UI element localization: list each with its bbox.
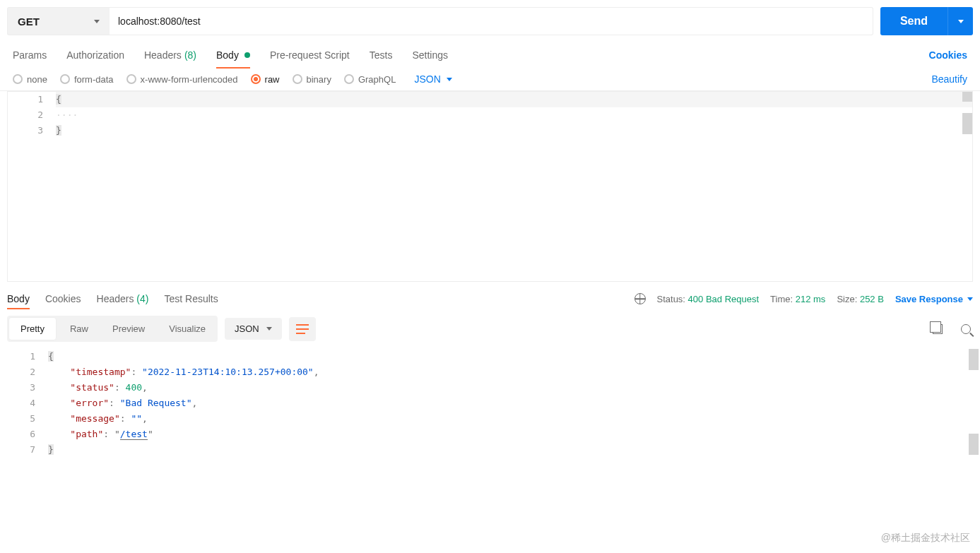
chevron-down-icon — [447, 78, 452, 81]
body-indicator-icon — [244, 52, 250, 58]
chevron-down-icon — [967, 297, 973, 301]
tab-params[interactable]: Params — [13, 42, 47, 68]
body-format-select[interactable]: JSON — [414, 73, 451, 85]
response-tab-test-results[interactable]: Test Results — [164, 289, 218, 309]
body-type-binary[interactable]: binary — [293, 74, 331, 85]
scrollbar[interactable] — [969, 349, 979, 370]
response-format-select[interactable]: JSON — [225, 318, 282, 340]
line-number: 2 — [8, 107, 56, 123]
http-method-label: GET — [18, 16, 40, 28]
line-number: 2 — [0, 364, 48, 380]
size-label: Size: — [837, 294, 857, 304]
response-body-editor[interactable]: 1{ 2 "timestamp": "2022-11-23T14:10:13.2… — [0, 349, 980, 497]
copy-response-button[interactable] — [931, 322, 945, 336]
cookies-link[interactable]: Cookies — [929, 49, 967, 61]
scrollbar[interactable] — [962, 113, 972, 134]
tab-body[interactable]: Body — [216, 42, 250, 68]
copy-icon — [933, 324, 943, 334]
line-wrap-toggle[interactable] — [289, 317, 316, 341]
view-preview[interactable]: Preview — [100, 317, 157, 340]
response-headers-count-badge: (4) — [136, 293, 148, 304]
response-tab-cookies[interactable]: Cookies — [45, 289, 81, 309]
scrollbar[interactable] — [962, 92, 972, 102]
radio-icon — [13, 74, 23, 84]
beautify-link[interactable]: Beautify — [931, 73, 967, 85]
globe-icon[interactable] — [634, 293, 646, 304]
tab-body-label: Body — [216, 49, 239, 61]
line-number: 7 — [0, 442, 48, 458]
resp-error: "Bad Request" — [120, 398, 192, 408]
send-dropdown-button[interactable] — [947, 7, 973, 35]
tab-authorization[interactable]: Authorization — [66, 42, 124, 68]
line-number: 3 — [8, 123, 56, 138]
send-button[interactable]: Send — [880, 7, 947, 35]
save-response-button[interactable]: Save Response — [895, 294, 973, 304]
tab-prerequest[interactable]: Pre-request Script — [270, 42, 350, 68]
tab-headers[interactable]: Headers (8) — [144, 42, 196, 68]
line-number: 1 — [8, 92, 56, 107]
body-type-raw[interactable]: raw — [251, 74, 280, 85]
body-type-urlencoded[interactable]: x-www-form-urlencoded — [126, 74, 238, 85]
scrollbar[interactable] — [969, 434, 979, 455]
search-response-button[interactable] — [959, 322, 973, 336]
view-pretty[interactable]: Pretty — [8, 317, 57, 340]
url-input[interactable] — [110, 7, 873, 35]
status-label: Status: — [657, 294, 685, 304]
search-icon — [961, 324, 971, 334]
status-value: 400 Bad Request — [688, 294, 759, 304]
tab-tests[interactable]: Tests — [370, 42, 393, 68]
time-label: Time: — [770, 294, 793, 304]
body-type-none[interactable]: none — [13, 74, 47, 85]
view-visualize[interactable]: Visualize — [157, 317, 218, 340]
wrap-icon — [296, 324, 309, 334]
view-raw[interactable]: Raw — [58, 317, 100, 340]
size-value: 252 B — [860, 294, 884, 304]
response-tab-headers[interactable]: Headers (4) — [97, 289, 149, 309]
line-number: 3 — [0, 380, 48, 396]
line-number: 4 — [0, 396, 48, 411]
watermark: @稀土掘金技术社区 — [881, 532, 970, 545]
radio-icon — [60, 74, 70, 84]
radio-icon — [344, 74, 354, 84]
radio-icon — [293, 74, 302, 84]
response-tab-body[interactable]: Body — [7, 289, 30, 309]
body-type-graphql[interactable]: GraphQL — [344, 74, 396, 85]
line-number: 1 — [0, 349, 48, 364]
line-number: 5 — [0, 411, 48, 427]
http-method-select[interactable]: GET — [7, 7, 110, 35]
chevron-down-icon — [94, 20, 100, 23]
body-type-form-data[interactable]: form-data — [60, 74, 114, 85]
radio-icon — [251, 74, 261, 84]
time-value: 212 ms — [796, 294, 826, 304]
resp-timestamp: "2022-11-23T14:10:13.257+00:00" — [142, 367, 314, 377]
body-format-label: JSON — [414, 73, 440, 85]
line-number: 6 — [0, 427, 48, 442]
request-body-editor[interactable]: 1{ 2···· 3} — [7, 91, 973, 282]
tab-settings[interactable]: Settings — [412, 42, 448, 68]
tab-headers-label: Headers — [144, 49, 182, 61]
chevron-down-icon — [266, 327, 272, 331]
headers-count-badge: (8) — [184, 49, 196, 61]
resp-message: "" — [131, 413, 142, 424]
response-view-mode-group: Pretty Raw Preview Visualize — [7, 316, 218, 342]
radio-icon — [126, 74, 136, 84]
chevron-down-icon — [958, 20, 964, 23]
